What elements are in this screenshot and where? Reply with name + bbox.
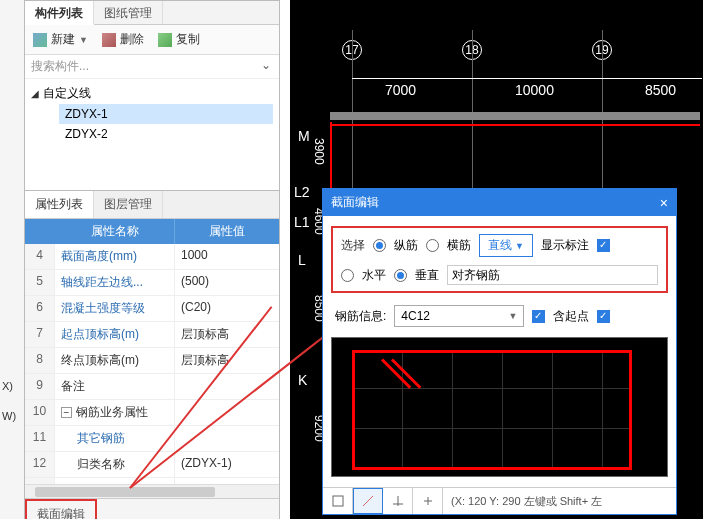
status-coords: (X: 120 Y: 290 左键或 Shift+ 左 <box>443 490 676 513</box>
tab-layer-manage[interactable]: 图层管理 <box>94 191 163 218</box>
copy-button[interactable]: 复制 <box>158 31 200 48</box>
radio-vertical[interactable] <box>394 269 407 282</box>
checkbox-include-start2[interactable] <box>597 310 610 323</box>
label-rebar-info: 钢筋信息: <box>335 308 386 325</box>
top-tabs: 构件列表 图纸管理 <box>25 1 279 25</box>
section-preview[interactable] <box>331 337 668 477</box>
dialog-statusbar: (X: 120 Y: 290 左键或 Shift+ 左 <box>323 487 676 514</box>
axis-l1: L1 <box>294 214 310 230</box>
table-row[interactable]: 8终点顶标高(m)层顶标高 <box>25 348 279 374</box>
header-value: 属性值 <box>175 219 279 244</box>
tool-cross-icon[interactable] <box>383 488 413 514</box>
table-row[interactable]: 12归类名称(ZDYX-1) <box>25 452 279 478</box>
dialog-title: 截面编辑 <box>331 194 379 211</box>
component-tree: ◢ 自定义线 ZDYX-1 ZDYX-2 <box>25 79 279 189</box>
table-row[interactable]: 10−钢筋业务属性 <box>25 400 279 426</box>
table-row[interactable]: 9备注 <box>25 374 279 400</box>
chevron-down-icon: ▼ <box>508 311 517 321</box>
side-label-x: X) <box>2 380 13 392</box>
property-table[interactable]: 4截面高度(mm)10005轴线距左边线...(500)6混凝土强度等级(C20… <box>25 244 279 484</box>
tool-line-icon[interactable] <box>353 488 383 514</box>
side-label-w: W) <box>2 410 16 422</box>
horizontal-scrollbar[interactable] <box>25 484 279 498</box>
chevron-down-icon: ▼ <box>515 241 524 251</box>
tool-rect-icon[interactable] <box>323 488 353 514</box>
table-row[interactable]: 6混凝土强度等级(C20) <box>25 296 279 322</box>
delete-button[interactable]: 删除 <box>102 31 144 48</box>
checkbox-show-label[interactable] <box>597 239 610 252</box>
straight-line-button[interactable]: 直线▼ <box>479 234 533 257</box>
tab-property-list[interactable]: 属性列表 <box>25 191 94 218</box>
dim-7000: 7000 <box>385 82 416 98</box>
tool-plus-icon[interactable] <box>413 488 443 514</box>
radio-longitudinal[interactable] <box>373 239 386 252</box>
axis-l2: L2 <box>294 184 310 200</box>
radio-transverse[interactable] <box>426 239 439 252</box>
new-button[interactable]: 新建▼ <box>33 31 88 48</box>
axis-m: M <box>298 128 310 144</box>
caret-down-icon: ◢ <box>31 88 39 99</box>
new-icon <box>33 33 47 47</box>
property-header: 属性名称 属性值 <box>25 219 279 244</box>
tab-component-list[interactable]: 构件列表 <box>25 1 94 25</box>
dialog-titlebar[interactable]: 截面编辑 × <box>323 189 676 216</box>
label-select: 选择 <box>341 237 365 254</box>
svg-rect-0 <box>333 496 343 506</box>
tree-root[interactable]: ◢ 自定义线 <box>31 83 273 104</box>
search-input[interactable]: 搜索构件... <box>25 55 279 79</box>
header-name: 属性名称 <box>55 219 175 244</box>
dim-10000: 10000 <box>515 82 554 98</box>
tree-item-zdyx1[interactable]: ZDYX-1 <box>59 104 273 124</box>
vdim-3900: 3900 <box>312 138 326 165</box>
rebar-info-dropdown[interactable]: 4C12▼ <box>394 305 524 327</box>
tab-section-edit[interactable]: 截面编辑 <box>25 499 97 519</box>
chevron-down-icon: ▼ <box>79 35 88 45</box>
section-edit-dialog: 截面编辑 × 选择 纵筋 横筋 直线▼ 显示标注 水平 垂直 <box>322 188 677 515</box>
copy-icon <box>158 33 172 47</box>
checkbox-include-start[interactable] <box>532 310 545 323</box>
table-row[interactable]: 4截面高度(mm)1000 <box>25 244 279 270</box>
tab-drawing-manage[interactable]: 图纸管理 <box>94 1 163 24</box>
align-rebar-input[interactable] <box>447 265 658 285</box>
tree-item-zdyx2[interactable]: ZDYX-2 <box>59 124 273 144</box>
svg-line-1 <box>363 496 373 506</box>
dim-8500: 8500 <box>645 82 676 98</box>
component-toolbar: 新建▼ 删除 复制 <box>25 25 279 55</box>
property-tabs: 属性列表 图层管理 <box>25 191 279 219</box>
table-row[interactable]: 5轴线距左边线...(500) <box>25 270 279 296</box>
axis-l: L <box>298 252 306 268</box>
delete-icon <box>102 33 116 47</box>
radio-horizontal[interactable] <box>341 269 354 282</box>
options-box: 选择 纵筋 横筋 直线▼ 显示标注 水平 垂直 <box>331 226 668 293</box>
axis-k: K <box>298 372 307 388</box>
table-row[interactable]: 11其它钢筋 <box>25 426 279 452</box>
bottom-tabs: 截面编辑 <box>25 498 279 519</box>
close-icon[interactable]: × <box>660 195 668 211</box>
